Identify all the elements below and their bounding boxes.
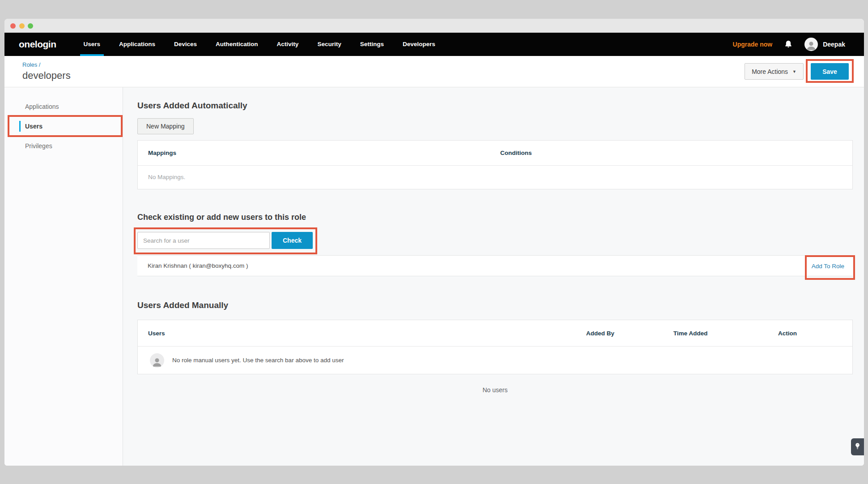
check-button[interactable]: Check xyxy=(272,232,313,249)
top-navbar: onelogin Users Applications Devices Auth… xyxy=(4,33,864,56)
column-header-mappings: Mappings xyxy=(148,141,176,165)
check-section-heading: Check existing or add new users to this … xyxy=(137,213,853,222)
upgrade-now-link[interactable]: Upgrade now xyxy=(733,41,773,48)
mappings-table-header: Mappings Conditions xyxy=(138,141,852,166)
caret-down-icon: ▼ xyxy=(792,69,796,74)
manual-empty-row: No role manual users yet. Use the search… xyxy=(138,347,852,374)
user-menu[interactable]: Deepak xyxy=(804,38,845,51)
bell-icon[interactable] xyxy=(784,39,793,49)
manual-users-table: Users Added By Time Added Action No role… xyxy=(137,320,853,374)
save-button-wrapper: Save xyxy=(811,63,849,80)
column-header-conditions: Conditions xyxy=(500,141,532,165)
add-to-role-link[interactable]: Add To Role xyxy=(812,263,844,270)
user-search-row: Check xyxy=(137,232,313,249)
search-result-row: Kiran Krishnan ( kiran@boxyhq.com ) Add … xyxy=(137,255,853,276)
nav-right-group: Upgrade now Deepak xyxy=(733,38,864,51)
main-content: Users Added Automatically New Mapping Ma… xyxy=(123,87,864,466)
more-actions-button[interactable]: More Actions ▼ xyxy=(745,63,804,80)
role-sidebar-list: Applications Users Privileges xyxy=(4,97,123,156)
page-header: Roles / developers More Actions ▼ Save xyxy=(4,56,864,87)
mappings-table: Mappings Conditions No Mappings. xyxy=(137,140,853,189)
help-lightbulb-tab[interactable] xyxy=(851,438,864,455)
page-header-left: Roles / developers xyxy=(22,61,71,81)
window-titlebar xyxy=(4,19,864,33)
user-avatar-icon xyxy=(804,38,818,51)
sidebar-item-label: Applications xyxy=(25,103,59,110)
placeholder-avatar-icon xyxy=(150,353,164,368)
window-close-button[interactable] xyxy=(10,23,16,29)
active-indicator-bar xyxy=(19,121,21,132)
sidebar-item-applications[interactable]: Applications xyxy=(4,97,123,116)
more-actions-label: More Actions xyxy=(752,68,788,75)
page-header-actions: More Actions ▼ Save xyxy=(745,63,849,80)
nav-item-users[interactable]: Users xyxy=(74,33,110,56)
manual-empty-text: No role manual users yet. Use the search… xyxy=(172,357,344,364)
onelogin-logo[interactable]: onelogin xyxy=(19,39,56,50)
add-to-role-wrapper: Add To Role xyxy=(812,262,844,270)
column-header-users: Users xyxy=(148,320,165,346)
sidebar-item-label: Privileges xyxy=(25,142,52,150)
manual-section-heading: Users Added Manually xyxy=(137,300,853,310)
manual-table-header: Users Added By Time Added Action xyxy=(138,320,852,347)
page-body: Applications Users Privileges Users Adde… xyxy=(4,87,864,466)
role-sidebar: Applications Users Privileges xyxy=(4,87,123,466)
window-minimize-button[interactable] xyxy=(19,23,25,29)
new-mapping-button[interactable]: New Mapping xyxy=(137,118,194,134)
app-window: onelogin Users Applications Devices Auth… xyxy=(4,19,864,466)
no-users-label: No users xyxy=(137,386,853,394)
nav-item-activity[interactable]: Activity xyxy=(268,33,308,56)
nav-item-developers[interactable]: Developers xyxy=(393,33,445,56)
lightbulb-icon xyxy=(855,442,860,452)
sidebar-item-label: Users xyxy=(25,123,43,130)
nav-item-devices[interactable]: Devices xyxy=(165,33,206,56)
nav-item-authentication[interactable]: Authentication xyxy=(206,33,268,56)
breadcrumb[interactable]: Roles / xyxy=(22,61,71,68)
mappings-empty-state: No Mappings. xyxy=(138,166,852,189)
nav-item-security[interactable]: Security xyxy=(308,33,350,56)
page-title: developers xyxy=(22,70,71,81)
search-user-input[interactable] xyxy=(137,232,270,249)
column-header-action: Action xyxy=(778,320,797,346)
auto-section-heading: Users Added Automatically xyxy=(137,101,853,111)
sidebar-item-users[interactable]: Users xyxy=(4,116,123,136)
save-button[interactable]: Save xyxy=(811,63,849,80)
nav-item-applications[interactable]: Applications xyxy=(110,33,165,56)
top-nav-items: Users Applications Devices Authenticatio… xyxy=(74,33,445,56)
user-name-label: Deepak xyxy=(823,41,845,48)
window-zoom-button[interactable] xyxy=(28,23,33,29)
column-header-added-by: Added By xyxy=(586,320,614,346)
column-header-time-added: Time Added xyxy=(673,320,708,346)
sidebar-item-privileges[interactable]: Privileges xyxy=(4,136,123,156)
search-result-user: Kiran Krishnan ( kiran@boxyhq.com ) xyxy=(148,262,248,269)
nav-item-settings[interactable]: Settings xyxy=(351,33,393,56)
